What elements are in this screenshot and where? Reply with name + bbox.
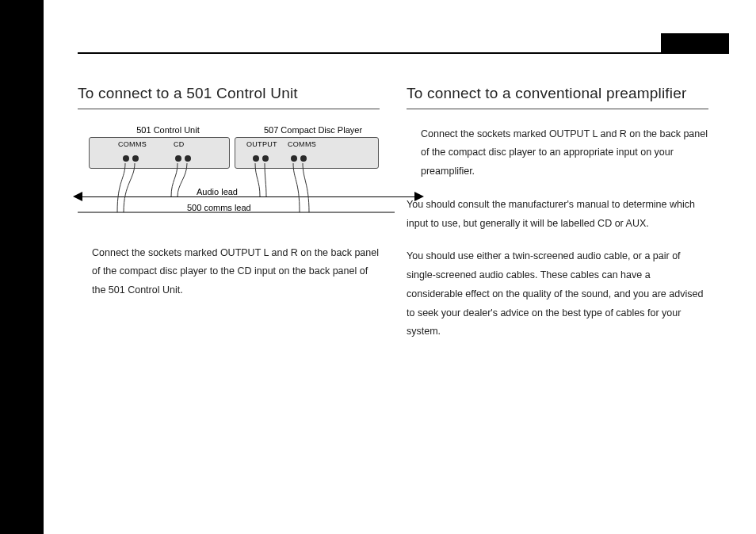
arrowhead-left-icon [73, 192, 82, 201]
top-horizontal-rule [78, 52, 729, 54]
port-label-output: OUTPUT [246, 140, 277, 148]
socket-icon [123, 155, 129, 162]
device-box-507: OUTPUT COMMS [235, 137, 379, 169]
right-column-heading: To connect to a conventional preamplifie… [407, 84, 708, 109]
connection-diagram: 501 Control Unit 507 Compact Disc Player… [78, 125, 380, 228]
device-box-501: COMMS CD [89, 137, 230, 169]
socket-icon [291, 155, 297, 162]
device-label-507: 507 Compact Disc Player [247, 125, 379, 135]
socket-icon [253, 155, 259, 162]
socket-icon [175, 155, 181, 162]
label-audio-lead: Audio lead [197, 187, 238, 196]
socket-icon [300, 155, 307, 162]
socket-icon [185, 155, 191, 162]
top-right-black-block [661, 33, 729, 54]
port-label-comms-right: COMMS [288, 140, 316, 148]
label-comms-lead: 500 comms lead [187, 203, 251, 212]
content-area: To connect to a 501 Control Unit 501 Con… [78, 84, 708, 356]
socket-icon [262, 155, 269, 162]
socket-icon [132, 155, 139, 162]
port-label-cd: CD [174, 140, 185, 148]
right-paragraph-3: You should use either a twin-screened au… [407, 247, 708, 341]
device-label-501: 501 Control Unit [113, 125, 223, 135]
arrowhead-right-icon [414, 192, 424, 201]
audio-connection-line [78, 196, 419, 197]
left-black-bar [0, 0, 44, 534]
port-label-comms-left: COMMS [118, 140, 147, 148]
left-column-heading: To connect to a 501 Control Unit [78, 84, 380, 109]
right-column: To connect to a conventional preamplifie… [407, 84, 708, 356]
right-paragraph-2: You should consult the manufacturer's ma… [407, 196, 708, 234]
left-column: To connect to a 501 Control Unit 501 Con… [78, 84, 380, 356]
left-paragraph-1: Connect the sockets marked OUTPUT L and … [92, 244, 380, 300]
right-paragraph-1: Connect the sockets marked OUTPUT L and … [421, 125, 708, 181]
